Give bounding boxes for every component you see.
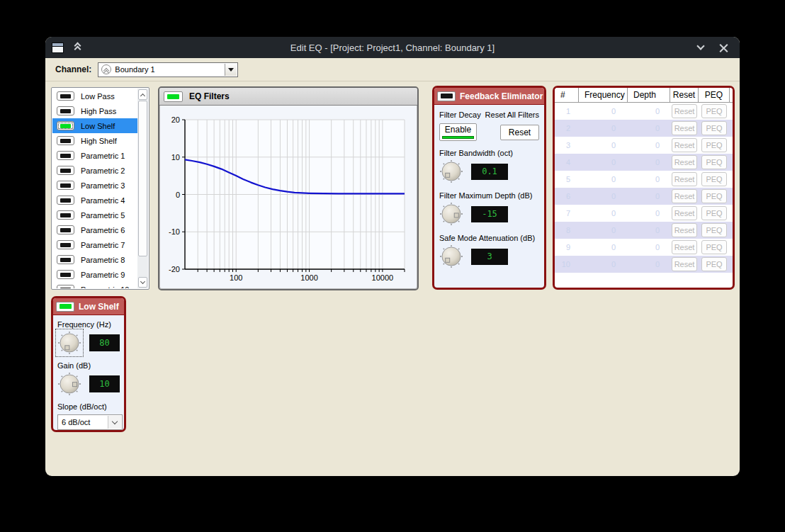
row-peq-button[interactable]: PEQ xyxy=(701,138,727,152)
row-reset-button[interactable]: Reset xyxy=(672,155,697,169)
row-number: 7 xyxy=(555,205,579,222)
row-reset-button[interactable]: Reset xyxy=(672,138,697,152)
row-reset-button[interactable]: Reset xyxy=(672,172,697,186)
filter-led-button[interactable] xyxy=(57,285,74,288)
led-off-indicator xyxy=(60,94,71,98)
filter-led-button[interactable] xyxy=(57,91,74,101)
row-peq-button[interactable]: PEQ xyxy=(701,172,727,186)
row-peq-button[interactable]: PEQ xyxy=(701,104,727,118)
filter-led-button[interactable] xyxy=(57,136,74,145)
row-peq-button[interactable]: PEQ xyxy=(701,257,727,271)
titlebar[interactable]: Edit EQ - [Project: Project1, Channel: B… xyxy=(45,37,740,58)
row-reset-button[interactable]: Reset xyxy=(672,206,697,220)
frequency-knob[interactable] xyxy=(57,331,81,355)
list-item[interactable]: High Pass xyxy=(52,103,137,118)
slope-select-arrow-button[interactable] xyxy=(108,416,121,429)
depth-value: 0 xyxy=(628,120,670,137)
enable-led-strip xyxy=(442,136,474,139)
row-peq-button[interactable]: PEQ xyxy=(701,206,727,220)
filter-led-button[interactable] xyxy=(57,181,74,190)
reset-all-filters-button[interactable]: Reset xyxy=(500,125,539,140)
list-item[interactable]: Low Shelf xyxy=(52,118,137,133)
led-off-indicator xyxy=(60,183,71,188)
row-peq-button[interactable]: PEQ xyxy=(701,240,727,254)
svg-text:100: 100 xyxy=(230,273,242,282)
row-peq-button[interactable]: PEQ xyxy=(701,121,727,135)
svg-text:-20: -20 xyxy=(169,265,180,273)
feedback-eliminator-panel: Feedback Eliminator Filter Decay Reset A… xyxy=(432,86,546,290)
svg-text:20: 20 xyxy=(171,115,180,124)
peq-cell: PEQ xyxy=(699,222,730,239)
row-reset-button[interactable]: Reset xyxy=(672,257,697,271)
list-item[interactable]: Parametric 9 xyxy=(52,267,137,282)
list-item[interactable]: Parametric 1 xyxy=(52,148,137,163)
row-reset-button[interactable]: Reset xyxy=(672,189,697,203)
column-header-num: # xyxy=(555,88,579,102)
eq-filters-led-button[interactable] xyxy=(164,91,183,102)
row-reset-button[interactable]: Reset xyxy=(672,121,697,135)
frequency-value: 0 xyxy=(579,103,628,120)
filter-decay-enable-button[interactable]: Enable xyxy=(439,123,477,141)
feedback-led-button[interactable] xyxy=(437,91,456,101)
filter-maximum-depth-knob[interactable] xyxy=(439,202,463,226)
filter-led-button[interactable] xyxy=(57,270,74,279)
filter-led-button[interactable] xyxy=(57,106,74,115)
channel-combobox[interactable]: Boundary 1 xyxy=(98,62,238,77)
row-peq-button[interactable]: PEQ xyxy=(701,155,727,169)
shade-double-chevron-up-icon[interactable] xyxy=(72,42,84,53)
gain-knob[interactable] xyxy=(57,372,81,396)
led-off-indicator xyxy=(60,258,71,262)
filter-led-button[interactable] xyxy=(57,121,74,130)
led-on-indicator xyxy=(167,94,179,99)
filter-led-button[interactable] xyxy=(57,166,74,175)
list-item[interactable]: Parametric 7 xyxy=(52,237,137,252)
filter-led-button[interactable] xyxy=(57,196,74,205)
filter-bandwidth-group: Filter Bandwidth (oct)0.1 xyxy=(439,149,539,183)
row-number: 3 xyxy=(555,137,579,154)
led-off-indicator xyxy=(441,94,453,98)
slope-select[interactable]: 6 dB/oct xyxy=(57,414,123,430)
row-peq-button[interactable]: PEQ xyxy=(701,189,727,203)
list-item[interactable]: Low Pass xyxy=(52,89,137,103)
table-row: 1000ResetPEQ xyxy=(555,256,733,273)
filter-led-button[interactable] xyxy=(57,240,74,249)
close-icon[interactable] xyxy=(719,43,728,52)
list-item[interactable]: Parametric 4 xyxy=(52,193,137,208)
low-shelf-led-button[interactable] xyxy=(56,302,74,312)
row-reset-button[interactable]: Reset xyxy=(672,240,697,254)
peq-table-panel: #FrequencyDepthResetPEQ 100ResetPEQ200Re… xyxy=(553,86,735,290)
filter-led-button[interactable] xyxy=(57,225,74,234)
list-item[interactable]: Parametric 10 xyxy=(52,282,137,288)
peq-cell: PEQ xyxy=(699,154,730,171)
channel-combobox-arrow-button[interactable] xyxy=(225,64,237,76)
row-reset-button[interactable]: Reset xyxy=(672,104,697,118)
scroll-up-button[interactable] xyxy=(138,89,147,100)
list-item[interactable]: Parametric 6 xyxy=(52,222,137,237)
list-item[interactable]: Parametric 5 xyxy=(52,208,137,222)
window-title: Edit EQ - [Project: Project1, Channel: B… xyxy=(290,43,495,53)
filter-bandwidth-knob[interactable] xyxy=(439,159,463,183)
row-peq-button[interactable]: PEQ xyxy=(701,223,727,237)
filter-led-button[interactable] xyxy=(57,255,74,264)
channel-bar: Channel: Boundary 1 xyxy=(45,58,740,81)
filter-led-button[interactable] xyxy=(57,151,74,160)
filter-led-button[interactable] xyxy=(57,210,74,220)
filter-maximum-depth-value-display: -15 xyxy=(471,206,508,222)
row-number: 9 xyxy=(555,239,579,256)
list-item[interactable]: Parametric 3 xyxy=(52,178,137,193)
scroll-down-button[interactable] xyxy=(138,277,147,288)
low-shelf-panel: Low Shelf Frequency (Hz)80Gain (dB)10 Sl… xyxy=(51,296,126,432)
list-item[interactable]: High Shelf xyxy=(52,133,137,148)
collapse-chevron-down-icon[interactable] xyxy=(696,42,704,50)
depth-value: 0 xyxy=(628,154,670,171)
list-item[interactable]: Parametric 2 xyxy=(52,163,137,178)
filter-bandwidth-label: Filter Bandwidth (oct) xyxy=(439,149,539,157)
list-item[interactable]: Parametric 8 xyxy=(52,252,137,267)
row-reset-button[interactable]: Reset xyxy=(672,223,697,237)
scroll-thumb[interactable] xyxy=(138,101,147,256)
filter-bandwidth-value-display: 0.1 xyxy=(471,164,508,180)
safe-mode-attenuation-knob[interactable] xyxy=(439,244,463,268)
table-row: 400ResetPEQ xyxy=(555,154,733,171)
filter-list-scrollbar[interactable] xyxy=(137,89,148,288)
filter-listbox: Low PassHigh PassLow ShelfHigh ShelfPara… xyxy=(51,87,149,290)
